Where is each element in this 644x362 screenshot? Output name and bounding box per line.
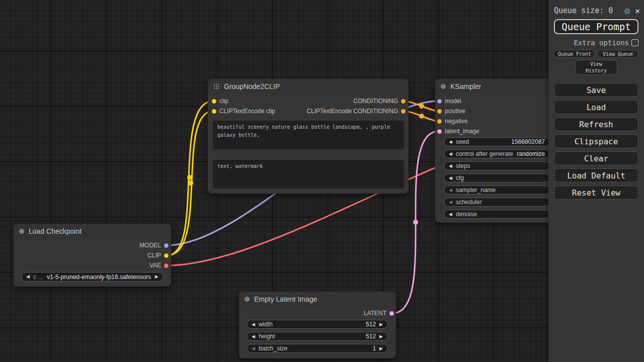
node-title-bar[interactable]: GroupNode2CLIP: [208, 79, 409, 94]
output-slot-cliptextencode-conditioning[interactable]: [401, 109, 406, 114]
group-node-icon: [213, 83, 219, 89]
decrement-arrow-icon[interactable]: ◀: [449, 152, 452, 156]
node-ksampler[interactable]: KSampler model positive negative latent_…: [435, 79, 556, 223]
input-slot-label: clip: [219, 98, 228, 105]
widget-width[interactable]: ◀ width 512 ▶: [247, 320, 388, 329]
widget-value: v1-5-pruned-emaonly-fp16.safetensors: [46, 274, 151, 281]
input-slot-positive[interactable]: [437, 109, 442, 114]
node-groupnode2clip[interactable]: GroupNode2CLIP clip CLIPTextEncode clip …: [208, 79, 409, 194]
widget-seed[interactable]: ◀ seed 1566802087: [444, 137, 550, 146]
output-slot-vae[interactable]: [164, 263, 169, 268]
node-title-bar[interactable]: Load Checkpoint: [14, 224, 171, 239]
node-title: Empty Latent Image: [254, 295, 317, 303]
queue-prompt-button[interactable]: Queue Prompt: [554, 19, 638, 34]
node-load-checkpoint[interactable]: Load Checkpoint MODEL CLIP VAE ◀ c ... v…: [14, 224, 171, 287]
node-empty-latent-image[interactable]: Empty Latent Image LATENT ◀ width 512 ▶ …: [239, 292, 396, 358]
decrement-arrow-icon[interactable]: ◀: [449, 176, 452, 180]
decrement-arrow-icon[interactable]: ◀: [252, 322, 255, 327]
input-slot-label: positive: [445, 108, 465, 115]
output-slot-latent[interactable]: [389, 311, 394, 316]
extra-options-checkbox[interactable]: [631, 39, 638, 46]
input-slot-label: CLIPTextEncode clip: [219, 108, 275, 115]
output-slot-model[interactable]: [164, 243, 169, 248]
collapse-dot-icon[interactable]: [19, 229, 24, 234]
output-slot-label: CLIPTextEncode CONDITIONING: [307, 108, 398, 115]
extra-options-label: Extra options: [574, 39, 629, 47]
input-slot-model[interactable]: [437, 99, 442, 104]
view-history-button[interactable]: View History: [575, 60, 617, 75]
queue-size-label: Queue size: 0: [554, 6, 613, 15]
node-title: Load Checkpoint: [29, 227, 82, 235]
decrement-arrow-icon[interactable]: ◀: [449, 212, 452, 217]
input-slot-label: model: [445, 98, 461, 105]
output-slot-label: CLIP: [147, 252, 161, 259]
collapse-dot-icon[interactable]: [441, 84, 446, 89]
input-slot-latent-image[interactable]: [437, 129, 442, 134]
close-icon[interactable]: ✕: [635, 6, 640, 16]
node-title: KSampler: [450, 82, 481, 90]
widget-denoise[interactable]: ◀ denoise: [444, 210, 550, 219]
node-title-bar[interactable]: Empty Latent Image: [239, 292, 396, 307]
input-slot-label: latent_image: [445, 128, 479, 135]
widget-height[interactable]: ◀ height 512 ▶: [247, 332, 388, 341]
widget-batch-size[interactable]: ◀ batch_size 1 ▶: [247, 344, 388, 353]
widget-ckpt-name[interactable]: ◀ c ... v1-5-pruned-emaonly-fp16.safeten…: [21, 272, 164, 282]
previous-option-arrow-icon[interactable]: ◀: [26, 275, 30, 279]
widget-steps[interactable]: ◀ steps: [444, 161, 550, 170]
widget-scheduler[interactable]: ◀ scheduler: [444, 198, 550, 207]
input-slot-clip[interactable]: [212, 99, 216, 104]
decrement-arrow-icon[interactable]: ◀: [449, 188, 452, 193]
reset-view-button[interactable]: Reset View: [554, 186, 638, 200]
next-option-arrow-icon[interactable]: ▶: [155, 275, 158, 279]
decrement-arrow-icon[interactable]: ◀: [252, 334, 255, 339]
save-button[interactable]: Save: [554, 83, 638, 97]
link-midpoint-dot: [419, 114, 424, 119]
queue-front-button[interactable]: Queue Front: [554, 50, 595, 58]
node-title-bar[interactable]: KSampler: [435, 79, 556, 94]
output-slot-label: CONDITIONING: [353, 98, 398, 105]
comfyui-menu-panel: Queue size: 0 ⚙ ✕ Queue Prompt Extra opt…: [548, 0, 644, 362]
link-midpoint-dot: [188, 180, 193, 186]
output-slot-label: LATENT: [364, 310, 386, 317]
negative-prompt-textarea[interactable]: text, watermark: [213, 160, 404, 189]
input-slot-cliptextencode-clip[interactable]: [212, 109, 216, 114]
link-midpoint-dot: [413, 220, 418, 225]
node-title: GroupNode2CLIP: [224, 82, 280, 90]
link-midpoint-dot: [419, 104, 424, 109]
decrement-arrow-icon[interactable]: ◀: [449, 164, 452, 168]
widget-cfg[interactable]: ◀ cfg: [444, 173, 550, 183]
link-midpoint-dot: [187, 175, 192, 180]
input-slot-negative[interactable]: [437, 119, 442, 124]
output-slot-clip[interactable]: [164, 253, 169, 258]
load-default-button[interactable]: Load Default: [554, 168, 638, 183]
positive-prompt-textarea[interactable]: beautiful scenery nature glass bottle la…: [213, 121, 404, 149]
widget-sampler-name[interactable]: ◀ sampler_name: [444, 186, 550, 195]
input-slot-label: negative: [445, 118, 467, 125]
increment-arrow-icon[interactable]: ▶: [379, 334, 383, 339]
widget-label: c ...: [33, 274, 43, 281]
output-slot-label: MODEL: [139, 242, 161, 249]
output-slot-label: VAE: [149, 262, 161, 269]
clipspace-button[interactable]: Clipspace: [554, 134, 638, 148]
increment-arrow-icon[interactable]: ▶: [379, 346, 383, 351]
collapse-dot-icon[interactable]: [245, 297, 250, 302]
decrement-arrow-icon[interactable]: ◀: [449, 200, 452, 205]
refresh-button[interactable]: Refresh: [554, 117, 638, 131]
output-slot-conditioning[interactable]: [401, 99, 406, 104]
settings-gear-icon[interactable]: ⚙: [624, 5, 630, 16]
view-queue-button[interactable]: View Queue: [597, 50, 638, 58]
decrement-arrow-icon[interactable]: ◀: [449, 140, 452, 144]
increment-arrow-icon[interactable]: ▶: [379, 322, 383, 327]
decrement-arrow-icon[interactable]: ◀: [252, 346, 255, 351]
clear-button[interactable]: Clear: [554, 151, 638, 165]
widget-control-after-generate[interactable]: ◀ control after generate randomize: [444, 149, 550, 158]
load-button[interactable]: Load: [554, 100, 638, 114]
